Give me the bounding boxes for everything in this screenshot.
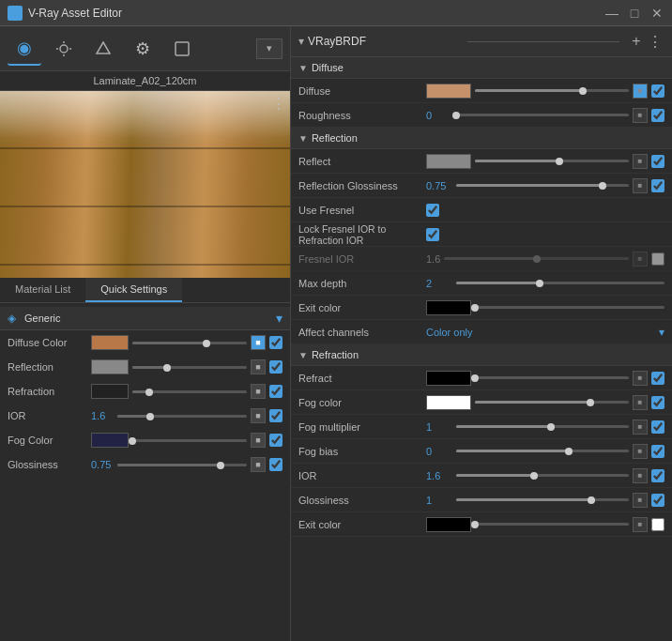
fog-multiplier-slider[interactable] <box>456 425 629 428</box>
fog-multiplier-label: Fog multiplier <box>298 421 420 433</box>
diffuse-enable-check[interactable] <box>269 336 283 349</box>
reflect-check[interactable] <box>651 155 664 168</box>
reflect-texture-btn[interactable]: ■ <box>633 154 648 169</box>
use-fresnel-check[interactable] <box>426 204 439 217</box>
exit-color-right-slider[interactable] <box>475 523 629 526</box>
reflect-slider[interactable] <box>475 160 629 162</box>
max-depth-slider[interactable] <box>456 282 664 284</box>
fog-multiplier-check[interactable] <box>651 420 664 434</box>
rdiffuse-swatch[interactable] <box>426 84 471 99</box>
sphere-icon-btn[interactable]: ◉ <box>8 32 41 66</box>
roughness-texture-btn[interactable]: ■ <box>633 108 648 123</box>
ior-right-check[interactable] <box>651 469 664 482</box>
maximize-button[interactable]: □ <box>627 6 642 21</box>
refraction-swatch[interactable] <box>91 384 129 399</box>
glossiness-slider[interactable] <box>117 464 247 466</box>
tab-material-list[interactable]: Material List <box>0 278 85 302</box>
fog-bias-check[interactable] <box>651 445 664 458</box>
refraction-enable-check[interactable] <box>269 385 283 398</box>
tab-quick-settings[interactable]: Quick Settings <box>85 278 182 302</box>
fog-bias-slider[interactable] <box>456 450 629 452</box>
fresnel-ior-texture-btn: ■ <box>633 252 648 267</box>
fog-bias-texture-btn[interactable]: ■ <box>633 444 648 459</box>
refract-texture-btn[interactable]: ■ <box>633 371 648 386</box>
lock-fresnel-check[interactable] <box>426 228 439 241</box>
right-menu-btn[interactable]: ⋮ <box>646 32 664 51</box>
refl-gloss-check[interactable] <box>651 179 664 192</box>
glossiness-texture-btn[interactable]: ■ <box>251 457 266 472</box>
refract-label: Refract <box>298 373 420 384</box>
ior-control: 1.6 ■ <box>91 408 283 423</box>
fog-color-texture-btn[interactable]: ■ <box>251 433 266 448</box>
refraction-section-header[interactable]: ▼ Refraction <box>291 344 672 366</box>
ior-slider[interactable] <box>117 415 247 418</box>
ior-right-label: IOR <box>298 470 420 481</box>
rdiffuse-label: Diffuse <box>298 85 420 97</box>
fog-color-swatch[interactable] <box>91 433 129 448</box>
glossiness-right-check[interactable] <box>651 494 664 507</box>
refract-check[interactable] <box>651 372 664 385</box>
reflect-label: Reflect <box>298 156 420 167</box>
reflect-swatch[interactable] <box>426 154 471 169</box>
reflection-section-header[interactable]: ▼ Reflection <box>291 128 672 149</box>
right-add-btn[interactable]: + <box>627 32 646 51</box>
ior-texture-btn[interactable]: ■ <box>251 408 266 423</box>
refl-gloss-slider[interactable] <box>456 184 629 187</box>
refraction-texture-btn[interactable]: ■ <box>251 384 266 399</box>
fog-multiplier-texture-btn[interactable]: ■ <box>633 420 648 435</box>
fog-color-right-check[interactable] <box>651 396 664 409</box>
glossiness-enable-check[interactable] <box>269 458 283 471</box>
rdiffuse-slider[interactable] <box>475 89 629 92</box>
refract-slider[interactable] <box>475 376 629 379</box>
reflection-slider[interactable] <box>132 366 247 369</box>
refract-swatch[interactable] <box>426 371 471 386</box>
exit-color-right-swatch[interactable] <box>426 517 471 532</box>
lock-fresnel-row: Lock Fresnel IOR to Refraction IOR <box>291 222 672 247</box>
fog-color-enable-check[interactable] <box>269 434 283 447</box>
diffuse-color-slider[interactable] <box>132 342 247 344</box>
reflection-texture-btn[interactable]: ■ <box>251 359 266 374</box>
exit-color-right-texture-btn[interactable]: ■ <box>633 517 648 532</box>
exit-color-swatch[interactable] <box>426 300 471 315</box>
close-button[interactable]: ✕ <box>649 6 664 21</box>
exit-color-right-check[interactable] <box>651 518 664 531</box>
fog-color-right-texture-btn[interactable]: ■ <box>633 395 648 410</box>
generic-header[interactable]: ◈ Generic ▾ <box>0 307 290 330</box>
fog-color-right-slider[interactable] <box>475 401 629 404</box>
diffuse-section-header[interactable]: ▼ Diffuse <box>291 57 672 79</box>
affect-channels-dropdown[interactable]: Color only ▾ <box>426 326 664 339</box>
roughness-check[interactable] <box>651 109 664 122</box>
glossiness-right-slider[interactable] <box>456 498 629 501</box>
ior-right-slider[interactable] <box>456 474 629 477</box>
exit-color-slider[interactable] <box>475 306 664 309</box>
roughness-slider[interactable] <box>456 114 629 116</box>
preview-area: Laminate_A02_120cm ⋮ <box>0 71 290 278</box>
settings-icon-btn[interactable]: ⚙ <box>126 32 160 66</box>
fog-color-right-swatch[interactable] <box>426 395 471 410</box>
ior-row: IOR 1.6 ■ <box>0 404 290 428</box>
refraction-slider[interactable] <box>132 390 247 393</box>
fog-color-slider[interactable] <box>132 439 247 442</box>
rdiffuse-check[interactable] <box>651 84 664 98</box>
ior-enable-check[interactable] <box>269 409 283 422</box>
fog-color-control: ■ <box>91 433 283 448</box>
right-header: ▾ VRayBRDF + ⋮ <box>291 26 672 57</box>
ior-right-texture-btn[interactable]: ■ <box>633 468 648 483</box>
geometry-icon-btn[interactable] <box>86 32 120 66</box>
rdiffuse-texture-btn[interactable]: ■ <box>633 84 648 99</box>
affect-channels-arrow: ▾ <box>659 326 664 339</box>
minimize-button[interactable]: — <box>604 6 619 21</box>
fresnel-ior-value: 1.6 <box>426 253 440 265</box>
reflection-swatch[interactable] <box>91 359 129 374</box>
light-icon-btn[interactable] <box>47 32 81 66</box>
diffuse-texture-btn[interactable]: ■ <box>251 335 266 350</box>
diffuse-color-swatch[interactable] <box>91 335 129 350</box>
toolbar-dropdown[interactable]: ▾ <box>256 38 283 59</box>
render-icon-btn[interactable] <box>165 32 199 66</box>
reflection-enable-check[interactable] <box>269 360 283 374</box>
preview-menu-btn[interactable]: ⋮ <box>271 95 286 113</box>
refl-gloss-texture-btn[interactable]: ■ <box>633 178 648 193</box>
ior-right-row: IOR 1.6 ■ <box>291 464 672 488</box>
glossiness-right-texture-btn[interactable]: ■ <box>633 493 648 508</box>
fresnel-ior-label: Fresnel IOR <box>298 253 420 265</box>
